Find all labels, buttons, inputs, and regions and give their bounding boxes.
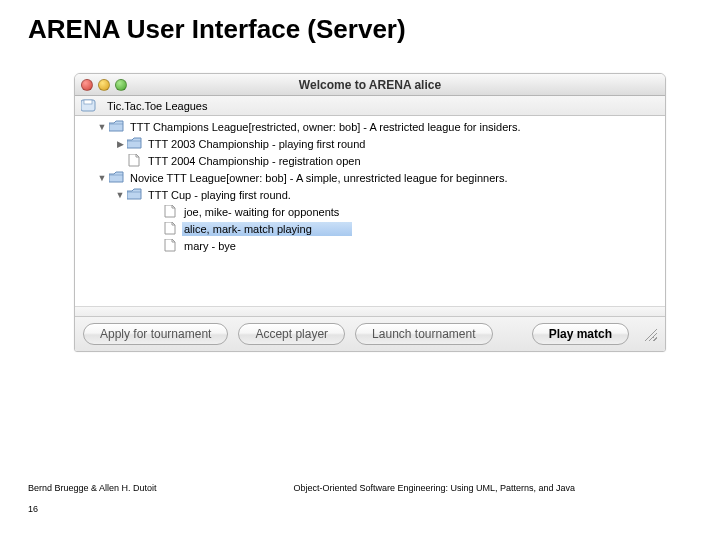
file-icon [163,222,178,235]
file-icon [163,239,178,252]
close-icon[interactable] [81,79,93,91]
folder-icon [109,171,124,184]
arena-window: Welcome to ARENA alice Tic.Tac.Toe Leagu… [74,73,666,352]
footer-author: Bernd Bruegge & Allen H. Dutoit [28,483,157,493]
zoom-icon[interactable] [115,79,127,91]
tree-row-label: TTT 2004 Championship - registration ope… [146,154,363,168]
footer-book: Object-Oriented Software Engineering: Us… [157,483,692,514]
tree-row-novice[interactable]: ▼Novice TTT League[owner: bob] - A simpl… [75,169,665,186]
disk-icon [81,99,96,112]
tree-row-2004[interactable]: TTT 2004 Championship - registration ope… [75,152,665,169]
tree-row-label: TTT Cup - playing first round. [146,188,293,202]
apply-tournament-button[interactable]: Apply for tournament [83,323,228,345]
tree-row-champ[interactable]: ▼TTT Champions League[restricted, owner:… [75,118,665,135]
disclosure-right-icon[interactable]: ▶ [115,139,125,149]
tree-row-label: alice, mark- match playing [182,222,352,236]
league-tree[interactable]: ▼TTT Champions League[restricted, owner:… [75,116,665,306]
button-bar: Apply for tournament Accept player Launc… [75,316,665,351]
folder-icon [109,120,124,133]
tree-row-label: mary - bye [182,239,238,253]
file-icon [127,154,142,167]
folder-icon [127,137,142,150]
tree-header: Tic.Tac.Toe Leagues [75,96,665,116]
tree-row-joemike[interactable]: joe, mike- waiting for opponents [75,203,665,220]
disclosure-down-icon[interactable]: ▼ [115,190,125,200]
tree-row-label: TTT Champions League[restricted, owner: … [128,120,523,134]
disclosure-down-icon[interactable]: ▼ [97,173,107,183]
disclosure-down-icon[interactable]: ▼ [97,122,107,132]
footer-page: 16 [28,504,157,514]
file-icon [163,205,178,218]
tree-row-label: Novice TTT League[owner: bob] - A simple… [128,171,509,185]
divider [75,306,665,316]
resize-grip-icon[interactable] [643,327,657,341]
tree-row-mary[interactable]: mary - bye [75,237,665,254]
launch-tournament-button[interactable]: Launch tournament [355,323,492,345]
tree-row-label: TTT 2003 Championship - playing first ro… [146,137,367,151]
tree-row-label: joe, mike- waiting for opponents [182,205,341,219]
slide-footer: Bernd Bruegge & Allen H. Dutoit 16 Objec… [28,483,692,514]
minimize-icon[interactable] [98,79,110,91]
play-match-button[interactable]: Play match [532,323,629,345]
tree-row-alice[interactable]: alice, mark- match playing [75,220,665,237]
folder-icon [127,188,142,201]
titlebar[interactable]: Welcome to ARENA alice [75,74,665,96]
accept-player-button[interactable]: Accept player [238,323,345,345]
window-title: Welcome to ARENA alice [75,78,665,92]
tree-row-cup[interactable]: ▼TTT Cup - playing first round. [75,186,665,203]
tree-row-2003[interactable]: ▶TTT 2003 Championship - playing first r… [75,135,665,152]
slide-title: ARENA User Interface (Server) [0,0,720,55]
root-label: Tic.Tac.Toe Leagues [105,99,209,113]
